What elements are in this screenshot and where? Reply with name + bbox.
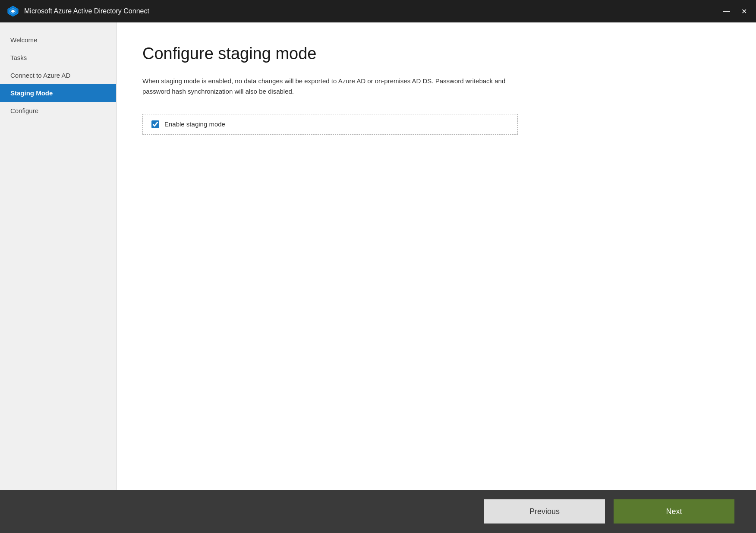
next-button[interactable]: Next bbox=[614, 499, 734, 524]
titlebar: Microsoft Azure Active Directory Connect… bbox=[0, 0, 756, 22]
page-description: When staging mode is enabled, no data ch… bbox=[142, 76, 513, 97]
app-window: Microsoft Azure Active Directory Connect… bbox=[0, 0, 756, 533]
window-title: Microsoft Azure Active Directory Connect bbox=[24, 7, 721, 15]
minimize-button[interactable]: — bbox=[721, 7, 732, 16]
sidebar-item-connect-azure-ad[interactable]: Connect to Azure AD bbox=[0, 66, 116, 84]
enable-staging-mode-checkbox[interactable] bbox=[151, 120, 159, 128]
previous-button[interactable]: Previous bbox=[484, 499, 605, 524]
content-body: Configure staging mode When staging mode… bbox=[117, 22, 756, 490]
checkbox-label: Enable staging mode bbox=[164, 120, 225, 128]
sidebar-item-welcome[interactable]: Welcome bbox=[0, 31, 116, 49]
enable-staging-mode-checkbox-container[interactable]: Enable staging mode bbox=[142, 114, 518, 135]
footer: Previous Next bbox=[0, 490, 756, 533]
app-icon bbox=[7, 5, 19, 17]
sidebar: Welcome Tasks Connect to Azure AD Stagin… bbox=[0, 22, 117, 490]
sidebar-item-tasks[interactable]: Tasks bbox=[0, 49, 116, 66]
content-area: Configure staging mode When staging mode… bbox=[117, 22, 756, 490]
sidebar-item-staging-mode[interactable]: Staging Mode bbox=[0, 84, 116, 102]
main-content: Welcome Tasks Connect to Azure AD Stagin… bbox=[0, 22, 756, 490]
close-button[interactable]: ✕ bbox=[739, 7, 749, 16]
page-title: Configure staging mode bbox=[142, 44, 730, 64]
window-controls: — ✕ bbox=[721, 7, 749, 16]
sidebar-item-configure[interactable]: Configure bbox=[0, 102, 116, 120]
